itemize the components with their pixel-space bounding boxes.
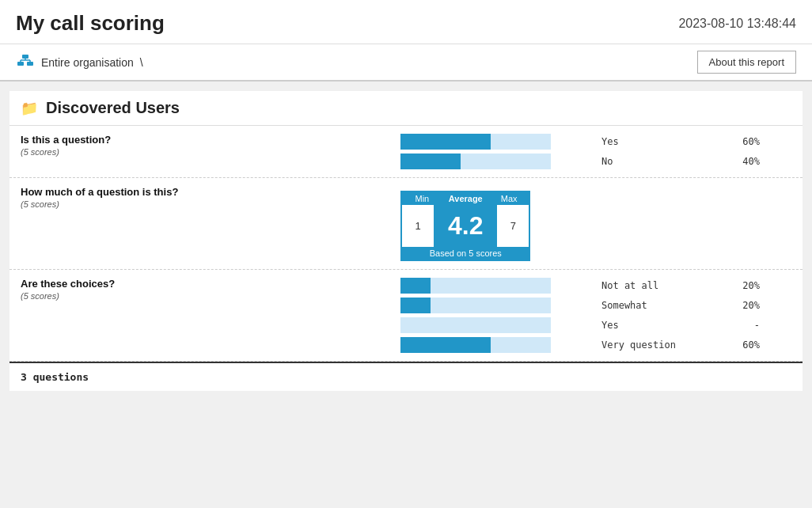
bar-row-somewhat [400,298,594,313]
subheader: Entire organisation \ About this report [0,44,812,82]
label-pct-notatall: 20% [728,280,760,291]
header-datetime: 2023-08-10 13:48:44 [678,17,796,31]
avg-widget-container: Min Average Max 1 4.2 7 Based on 5 score… [400,186,530,261]
question-info-q2: How much of a question is this? (5 score… [21,186,400,209]
label-row-yes: Yes 60% [601,134,791,150]
summary-row: 3 questions [9,362,803,391]
bar-fill-somewhat [400,298,431,313]
bar-track-yes [400,134,551,150]
question-scores-q3: (5 scores) [21,291,400,301]
label-text-no: No [601,156,728,167]
label-pct-somewhat: 20% [728,300,760,311]
bar-row-notatall [400,278,594,294]
bar-track-somewhat [400,298,551,313]
bar-row-no [400,154,594,169]
avg-center-val: 4.2 [434,205,497,247]
avg-max-label: Max [489,192,529,205]
page-header: My call scoring 2023-08-10 13:48:44 [0,0,812,44]
about-report-button[interactable]: About this report [697,51,796,74]
label-row-somewhat: Somewhat 20% [601,298,791,313]
summary-label: 3 questions [21,371,89,383]
label-pct-no: 40% [728,156,760,167]
label-text-yes: Yes [601,136,728,147]
label-pct-veryq: 60% [728,339,760,351]
question-label-q3: Are these choices? [21,278,400,290]
avg-min-label: Min [402,192,442,205]
avg-max-val: 7 [497,214,529,238]
question-row-q3: Are these choices? (5 scores) [9,270,803,362]
main-content: 📁 Discovered Users Is this a question? (… [0,91,812,391]
bar-fill-veryq [400,337,491,353]
label-row-no: No 40% [601,154,791,169]
label-text-somewhat: Somewhat [601,300,728,311]
label-text-notatall: Not at all [601,280,728,291]
svg-rect-1 [17,62,24,66]
question-row-q1: Is this a question? (5 scores) Yes [9,126,803,178]
bar-track-veryq [400,337,551,353]
labels-area-q3: Not at all 20% Somewhat 20% Yes - Very q… [594,278,791,353]
label-row-yes-q3-label: Yes - [601,317,791,333]
svg-rect-0 [22,55,28,59]
svg-rect-2 [27,62,33,66]
discovered-users-section: 📁 Discovered Users Is this a question? (… [9,91,803,391]
bar-fill-yes [400,134,491,150]
bar-row-yes-q3 [400,317,594,333]
label-pct-yes-q3: - [728,320,760,331]
org-breadcrumb: Entire organisation \ [16,53,143,72]
section-header: 📁 Discovered Users [9,91,803,126]
avg-avg-label: Average [442,192,489,205]
bar-fill-notatall [400,278,431,294]
breadcrumb-separator: \ [140,56,143,69]
bar-track-notatall [400,278,551,294]
question-row-q2: How much of a question is this? (5 score… [9,178,803,270]
label-row-notatall: Not at all 20% [601,278,791,294]
label-text-yes-q3: Yes [601,320,728,331]
bar-area-q1 [400,134,594,169]
bar-fill-no [400,154,461,169]
question-info-q3: Are these choices? (5 scores) [21,278,400,301]
bar-row-yes [400,134,594,150]
question-label-q1: Is this a question? [21,134,400,146]
label-row-veryq: Very question 60% [601,337,791,353]
question-scores-q1: (5 scores) [21,147,400,157]
section-title: Discovered Users [46,99,180,117]
bar-area-q3 [400,278,594,353]
label-pct-yes: 60% [728,136,760,147]
avg-widget: Min Average Max 1 4.2 7 Based on 5 score… [400,191,530,261]
bar-track-yes-q3 [400,317,551,333]
question-info-q1: Is this a question? (5 scores) [21,134,400,157]
avg-min-val: 1 [402,214,434,238]
page-title: My call scoring [16,11,165,36]
folder-icon: 📁 [21,100,38,117]
avg-footer: Based on 5 scores [402,247,529,260]
org-label: Entire organisation [41,56,134,69]
org-icon [16,53,35,72]
bar-row-veryq [400,337,594,353]
question-scores-q2: (5 scores) [21,199,400,209]
label-text-veryq: Very question [601,339,728,351]
avg-body-row: 1 4.2 7 [402,205,529,247]
avg-header-row: Min Average Max [402,192,529,205]
question-label-q2: How much of a question is this? [21,186,400,198]
bar-track-no [400,154,551,169]
labels-area-q1: Yes 60% No 40% [594,134,791,169]
